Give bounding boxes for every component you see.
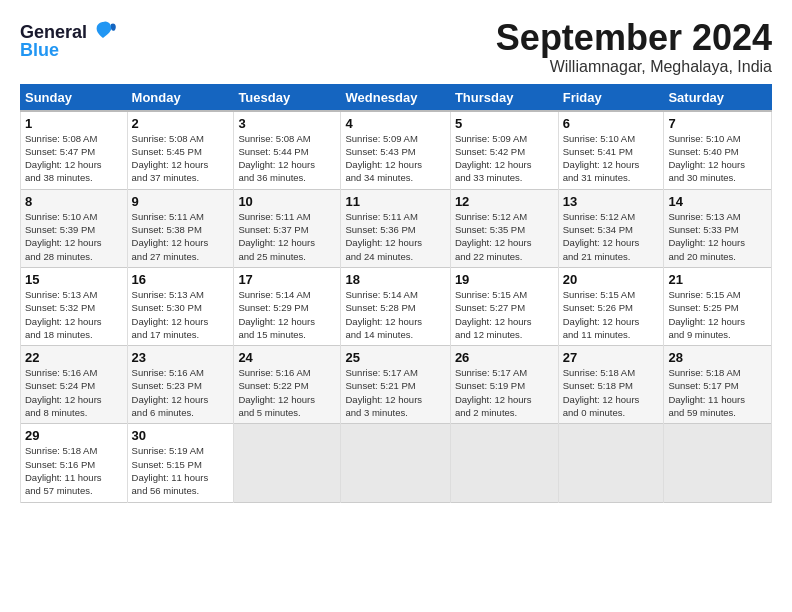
day-cell bbox=[450, 424, 558, 502]
day-cell: 27Sunrise: 5:18 AM Sunset: 5:18 PM Dayli… bbox=[558, 346, 664, 424]
day-cell: 6Sunrise: 5:10 AM Sunset: 5:41 PM Daylig… bbox=[558, 111, 664, 190]
header: General Blue September 2024 Williamnagar… bbox=[20, 18, 772, 76]
day-cell: 7Sunrise: 5:10 AM Sunset: 5:40 PM Daylig… bbox=[664, 111, 772, 190]
day-cell: 9Sunrise: 5:11 AM Sunset: 5:38 PM Daylig… bbox=[127, 189, 234, 267]
day-info: Sunrise: 5:09 AM Sunset: 5:42 PM Dayligh… bbox=[455, 132, 554, 185]
header-row: SundayMondayTuesdayWednesdayThursdayFrid… bbox=[21, 84, 772, 111]
title-block: September 2024 Williamnagar, Meghalaya, … bbox=[496, 18, 772, 76]
day-cell: 8Sunrise: 5:10 AM Sunset: 5:39 PM Daylig… bbox=[21, 189, 128, 267]
day-cell bbox=[558, 424, 664, 502]
day-info: Sunrise: 5:08 AM Sunset: 5:45 PM Dayligh… bbox=[132, 132, 230, 185]
col-header-friday: Friday bbox=[558, 84, 664, 111]
week-row-2: 8Sunrise: 5:10 AM Sunset: 5:39 PM Daylig… bbox=[21, 189, 772, 267]
day-number: 23 bbox=[132, 350, 230, 365]
calendar-table: SundayMondayTuesdayWednesdayThursdayFrid… bbox=[20, 84, 772, 503]
day-number: 29 bbox=[25, 428, 123, 443]
day-info: Sunrise: 5:13 AM Sunset: 5:30 PM Dayligh… bbox=[132, 288, 230, 341]
day-info: Sunrise: 5:08 AM Sunset: 5:47 PM Dayligh… bbox=[25, 132, 123, 185]
day-info: Sunrise: 5:14 AM Sunset: 5:28 PM Dayligh… bbox=[345, 288, 445, 341]
day-cell: 29Sunrise: 5:18 AM Sunset: 5:16 PM Dayli… bbox=[21, 424, 128, 502]
calendar-page: General Blue September 2024 Williamnagar… bbox=[0, 0, 792, 612]
day-number: 3 bbox=[238, 116, 336, 131]
day-info: Sunrise: 5:18 AM Sunset: 5:18 PM Dayligh… bbox=[563, 366, 660, 419]
day-number: 4 bbox=[345, 116, 445, 131]
day-info: Sunrise: 5:11 AM Sunset: 5:36 PM Dayligh… bbox=[345, 210, 445, 263]
day-cell: 15Sunrise: 5:13 AM Sunset: 5:32 PM Dayli… bbox=[21, 267, 128, 345]
day-cell: 13Sunrise: 5:12 AM Sunset: 5:34 PM Dayli… bbox=[558, 189, 664, 267]
day-number: 6 bbox=[563, 116, 660, 131]
day-info: Sunrise: 5:10 AM Sunset: 5:41 PM Dayligh… bbox=[563, 132, 660, 185]
day-number: 22 bbox=[25, 350, 123, 365]
day-cell: 1Sunrise: 5:08 AM Sunset: 5:47 PM Daylig… bbox=[21, 111, 128, 190]
day-info: Sunrise: 5:16 AM Sunset: 5:24 PM Dayligh… bbox=[25, 366, 123, 419]
day-number: 16 bbox=[132, 272, 230, 287]
day-number: 12 bbox=[455, 194, 554, 209]
day-number: 5 bbox=[455, 116, 554, 131]
day-info: Sunrise: 5:17 AM Sunset: 5:21 PM Dayligh… bbox=[345, 366, 445, 419]
day-info: Sunrise: 5:13 AM Sunset: 5:33 PM Dayligh… bbox=[668, 210, 767, 263]
day-cell bbox=[341, 424, 450, 502]
day-number: 10 bbox=[238, 194, 336, 209]
day-cell: 20Sunrise: 5:15 AM Sunset: 5:26 PM Dayli… bbox=[558, 267, 664, 345]
logo: General Blue bbox=[20, 18, 117, 61]
week-row-4: 22Sunrise: 5:16 AM Sunset: 5:24 PM Dayli… bbox=[21, 346, 772, 424]
day-cell: 24Sunrise: 5:16 AM Sunset: 5:22 PM Dayli… bbox=[234, 346, 341, 424]
calendar-title: September 2024 bbox=[496, 18, 772, 58]
day-cell: 2Sunrise: 5:08 AM Sunset: 5:45 PM Daylig… bbox=[127, 111, 234, 190]
day-number: 24 bbox=[238, 350, 336, 365]
day-info: Sunrise: 5:08 AM Sunset: 5:44 PM Dayligh… bbox=[238, 132, 336, 185]
day-info: Sunrise: 5:12 AM Sunset: 5:35 PM Dayligh… bbox=[455, 210, 554, 263]
day-cell: 28Sunrise: 5:18 AM Sunset: 5:17 PM Dayli… bbox=[664, 346, 772, 424]
day-cell: 17Sunrise: 5:14 AM Sunset: 5:29 PM Dayli… bbox=[234, 267, 341, 345]
day-number: 19 bbox=[455, 272, 554, 287]
day-cell: 11Sunrise: 5:11 AM Sunset: 5:36 PM Dayli… bbox=[341, 189, 450, 267]
day-cell: 14Sunrise: 5:13 AM Sunset: 5:33 PM Dayli… bbox=[664, 189, 772, 267]
day-info: Sunrise: 5:10 AM Sunset: 5:40 PM Dayligh… bbox=[668, 132, 767, 185]
day-number: 15 bbox=[25, 272, 123, 287]
day-info: Sunrise: 5:16 AM Sunset: 5:23 PM Dayligh… bbox=[132, 366, 230, 419]
calendar-subtitle: Williamnagar, Meghalaya, India bbox=[496, 58, 772, 76]
day-number: 7 bbox=[668, 116, 767, 131]
day-number: 17 bbox=[238, 272, 336, 287]
day-number: 26 bbox=[455, 350, 554, 365]
day-info: Sunrise: 5:18 AM Sunset: 5:16 PM Dayligh… bbox=[25, 444, 123, 497]
day-number: 30 bbox=[132, 428, 230, 443]
day-info: Sunrise: 5:17 AM Sunset: 5:19 PM Dayligh… bbox=[455, 366, 554, 419]
day-number: 1 bbox=[25, 116, 123, 131]
day-cell: 22Sunrise: 5:16 AM Sunset: 5:24 PM Dayli… bbox=[21, 346, 128, 424]
col-header-wednesday: Wednesday bbox=[341, 84, 450, 111]
day-info: Sunrise: 5:18 AM Sunset: 5:17 PM Dayligh… bbox=[668, 366, 767, 419]
day-info: Sunrise: 5:19 AM Sunset: 5:15 PM Dayligh… bbox=[132, 444, 230, 497]
col-header-saturday: Saturday bbox=[664, 84, 772, 111]
day-info: Sunrise: 5:13 AM Sunset: 5:32 PM Dayligh… bbox=[25, 288, 123, 341]
day-cell: 21Sunrise: 5:15 AM Sunset: 5:25 PM Dayli… bbox=[664, 267, 772, 345]
day-number: 2 bbox=[132, 116, 230, 131]
day-info: Sunrise: 5:15 AM Sunset: 5:27 PM Dayligh… bbox=[455, 288, 554, 341]
day-cell: 12Sunrise: 5:12 AM Sunset: 5:35 PM Dayli… bbox=[450, 189, 558, 267]
day-info: Sunrise: 5:10 AM Sunset: 5:39 PM Dayligh… bbox=[25, 210, 123, 263]
week-row-1: 1Sunrise: 5:08 AM Sunset: 5:47 PM Daylig… bbox=[21, 111, 772, 190]
day-number: 11 bbox=[345, 194, 445, 209]
day-number: 21 bbox=[668, 272, 767, 287]
day-number: 27 bbox=[563, 350, 660, 365]
day-number: 25 bbox=[345, 350, 445, 365]
col-header-tuesday: Tuesday bbox=[234, 84, 341, 111]
day-cell: 5Sunrise: 5:09 AM Sunset: 5:42 PM Daylig… bbox=[450, 111, 558, 190]
day-number: 20 bbox=[563, 272, 660, 287]
day-cell: 23Sunrise: 5:16 AM Sunset: 5:23 PM Dayli… bbox=[127, 346, 234, 424]
day-cell: 3Sunrise: 5:08 AM Sunset: 5:44 PM Daylig… bbox=[234, 111, 341, 190]
day-info: Sunrise: 5:12 AM Sunset: 5:34 PM Dayligh… bbox=[563, 210, 660, 263]
col-header-sunday: Sunday bbox=[21, 84, 128, 111]
week-row-3: 15Sunrise: 5:13 AM Sunset: 5:32 PM Dayli… bbox=[21, 267, 772, 345]
day-info: Sunrise: 5:14 AM Sunset: 5:29 PM Dayligh… bbox=[238, 288, 336, 341]
day-number: 18 bbox=[345, 272, 445, 287]
day-cell: 25Sunrise: 5:17 AM Sunset: 5:21 PM Dayli… bbox=[341, 346, 450, 424]
logo-text-blue: Blue bbox=[20, 40, 59, 61]
day-cell: 16Sunrise: 5:13 AM Sunset: 5:30 PM Dayli… bbox=[127, 267, 234, 345]
day-info: Sunrise: 5:15 AM Sunset: 5:25 PM Dayligh… bbox=[668, 288, 767, 341]
day-info: Sunrise: 5:11 AM Sunset: 5:37 PM Dayligh… bbox=[238, 210, 336, 263]
day-info: Sunrise: 5:15 AM Sunset: 5:26 PM Dayligh… bbox=[563, 288, 660, 341]
day-cell: 26Sunrise: 5:17 AM Sunset: 5:19 PM Dayli… bbox=[450, 346, 558, 424]
day-number: 14 bbox=[668, 194, 767, 209]
col-header-monday: Monday bbox=[127, 84, 234, 111]
